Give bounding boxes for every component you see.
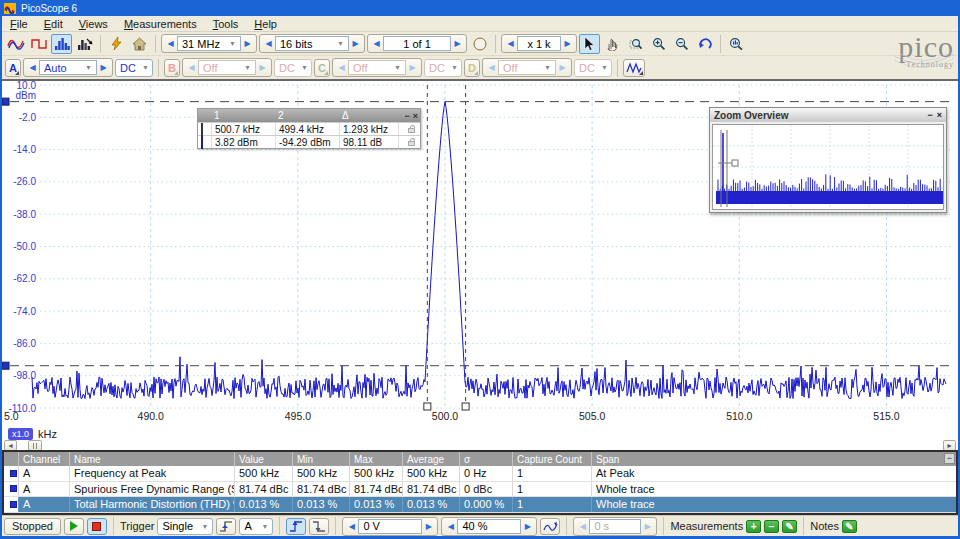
channel-c-coupling-dropdown[interactable]: DC ▼ bbox=[424, 59, 462, 77]
frequency-ruler-handle[interactable] bbox=[424, 403, 431, 410]
menu-item-tools[interactable]: Tools bbox=[205, 17, 247, 31]
edit-notes-button[interactable]: ✎ bbox=[842, 520, 857, 533]
column-header-average[interactable]: Average bbox=[402, 452, 459, 466]
ruler-box-close-button[interactable]: × bbox=[413, 111, 418, 121]
sample-rate-increase-arrow[interactable]: ▶ bbox=[241, 39, 254, 48]
menu-item-file[interactable]: File bbox=[2, 17, 36, 31]
resolution-dropdown[interactable]: 16 bits ▼ bbox=[275, 36, 349, 51]
zoom-decrease-arrow[interactable]: ◀ bbox=[504, 39, 517, 48]
holdoff-decrease[interactable]: ◀ bbox=[576, 522, 589, 531]
channel-a-range-dropdown[interactable]: Auto ▼ bbox=[39, 60, 97, 75]
trigger-channel-dropdown[interactable]: A ▼ bbox=[239, 518, 273, 535]
column-header-name[interactable]: Name bbox=[69, 452, 234, 466]
rising-edge-button[interactable] bbox=[286, 518, 306, 535]
channel-d-range-decrease[interactable]: ◀ bbox=[485, 63, 498, 72]
trigger-level-decrease[interactable]: ◀ bbox=[345, 522, 358, 531]
column-header--[interactable]: σ bbox=[459, 452, 512, 466]
channel-b-options-button[interactable]: B bbox=[164, 59, 180, 77]
lock-icon[interactable] bbox=[408, 128, 415, 133]
holdoff-increase[interactable]: ▶ bbox=[641, 522, 654, 531]
channel-d-range-increase[interactable]: ▶ bbox=[556, 63, 569, 72]
channel-c-range-dropdown[interactable]: Off ▼ bbox=[348, 60, 406, 75]
zoom-region-handle[interactable] bbox=[732, 160, 738, 166]
zoom-overview-button[interactable] bbox=[726, 34, 747, 54]
sample-rate-dropdown[interactable]: 31 MHz ▼ bbox=[177, 36, 241, 51]
menu-item-measurements[interactable]: Measurements bbox=[116, 17, 205, 31]
table-row[interactable]: ATotal Harmonic Distortion (THD) %0.013 … bbox=[4, 497, 956, 513]
persistence-view-button[interactable] bbox=[74, 34, 95, 54]
falling-edge-button[interactable] bbox=[309, 518, 329, 535]
table-row[interactable]: AFrequency at Peak500 kHz500 kHz500 kHz5… bbox=[4, 466, 956, 482]
trigger-mode-dropdown[interactable]: Single ▼ bbox=[157, 518, 213, 535]
trigger-level-increase[interactable]: ▶ bbox=[422, 522, 435, 531]
buffer-next-arrow[interactable]: ▶ bbox=[451, 39, 464, 48]
zoom-factor-box[interactable]: x 1 k bbox=[517, 36, 561, 51]
channel-c-range-increase[interactable]: ▶ bbox=[406, 63, 419, 72]
channel-b-range-decrease[interactable]: ◀ bbox=[185, 63, 198, 72]
run-state-button[interactable]: Stopped bbox=[4, 518, 61, 535]
channel-b-range-increase[interactable]: ▶ bbox=[256, 63, 269, 72]
pretrigger-decrease[interactable]: ◀ bbox=[444, 522, 457, 531]
buffer-position-box[interactable]: 1 of 1 bbox=[383, 36, 451, 51]
pretrigger-increase[interactable]: ▶ bbox=[521, 522, 534, 531]
home-button[interactable] bbox=[129, 34, 150, 54]
channel-c-range-decrease[interactable]: ◀ bbox=[335, 63, 348, 72]
menu-item-views[interactable]: Views bbox=[71, 17, 116, 31]
ruler-legend-box[interactable]: 1 2 Δ − × 500.7 kHz 499.4 kHz 1.293 kHz … bbox=[197, 108, 421, 149]
resolution-decrease-arrow[interactable]: ◀ bbox=[262, 39, 275, 48]
add-measurement-button[interactable]: + bbox=[746, 520, 761, 533]
channel-d-options-button[interactable]: D bbox=[464, 59, 480, 77]
holdoff-box[interactable]: 0 s bbox=[589, 519, 641, 534]
ruler-box-minimize-button[interactable]: − bbox=[404, 111, 409, 121]
zoom-overview-minimize-button[interactable]: − bbox=[927, 110, 932, 120]
zoom-in-tool-button[interactable] bbox=[648, 34, 669, 54]
delete-measurement-button[interactable]: − bbox=[764, 520, 779, 533]
channel-b-range-dropdown[interactable]: Off ▼ bbox=[198, 60, 256, 75]
column-header-span[interactable]: Span bbox=[591, 452, 956, 466]
channel-b-coupling-dropdown[interactable]: DC ▼ bbox=[274, 59, 312, 77]
zoom-overview-titlebar[interactable]: Zoom Overview − × bbox=[710, 108, 946, 122]
table-collapse-button[interactable]: − bbox=[944, 453, 955, 464]
lock-icon[interactable] bbox=[408, 141, 415, 146]
resolution-increase-arrow[interactable]: ▶ bbox=[349, 39, 362, 48]
zoom-overview-close-button[interactable]: × bbox=[937, 110, 942, 120]
spectrum-plot-area[interactable]: 10.0-2.0-14.0-26.0-38.0-50.0-62.0-74.0-8… bbox=[2, 80, 958, 450]
edit-measurement-button[interactable]: ✎ bbox=[782, 520, 797, 533]
math-channels-button[interactable] bbox=[623, 59, 645, 77]
buffer-prev-arrow[interactable]: ◀ bbox=[370, 39, 383, 48]
advanced-trigger-button[interactable] bbox=[540, 518, 560, 535]
column-header-max[interactable]: Max bbox=[349, 452, 402, 466]
hand-tool-button[interactable] bbox=[602, 34, 623, 54]
channel-a-range-increase[interactable]: ▶ bbox=[97, 63, 110, 72]
normal-selection-tool-button[interactable] bbox=[579, 34, 600, 54]
marquee-zoom-tool-button[interactable] bbox=[625, 34, 646, 54]
channel-a-options-button[interactable]: A bbox=[5, 59, 21, 77]
scope-view-button[interactable] bbox=[5, 34, 26, 54]
buffer-overview-button[interactable] bbox=[469, 34, 490, 54]
frequency-ruler-handle[interactable] bbox=[462, 403, 469, 410]
table-row[interactable]: ASpurious Free Dynamic Range (SFDR)81.74… bbox=[4, 482, 956, 498]
channel-a-range-decrease[interactable]: ◀ bbox=[26, 63, 39, 72]
waveform-view-button[interactable] bbox=[28, 34, 49, 54]
zoom-overview-body[interactable] bbox=[712, 124, 944, 210]
channel-c-options-button[interactable]: C bbox=[314, 59, 330, 77]
stop-capture-button[interactable] bbox=[87, 518, 107, 535]
zoom-overview-chart[interactable] bbox=[713, 125, 945, 209]
spectrum-view-button[interactable] bbox=[51, 34, 72, 54]
sample-rate-decrease-arrow[interactable]: ◀ bbox=[164, 39, 177, 48]
amplitude-ruler-handle[interactable] bbox=[2, 362, 9, 369]
undo-zoom-button[interactable] bbox=[694, 34, 715, 54]
column-header-capture-count[interactable]: Capture Count bbox=[512, 452, 591, 466]
menu-item-help[interactable]: Help bbox=[246, 17, 285, 31]
start-capture-button[interactable] bbox=[64, 518, 84, 535]
column-header-value[interactable]: Value bbox=[234, 452, 292, 466]
channel-d-coupling-dropdown[interactable]: DC ▼ bbox=[574, 59, 612, 77]
pretrigger-box[interactable]: 40 % bbox=[457, 519, 521, 534]
amplitude-ruler-handle[interactable] bbox=[2, 98, 9, 105]
signal-generator-button[interactable] bbox=[106, 34, 127, 54]
zoom-out-tool-button[interactable] bbox=[671, 34, 692, 54]
zoom-increase-arrow[interactable]: ▶ bbox=[561, 39, 574, 48]
zoom-overview-window[interactable]: Zoom Overview − × bbox=[709, 107, 947, 213]
column-header-channel[interactable]: Channel bbox=[18, 452, 69, 466]
column-header-min[interactable]: Min bbox=[292, 452, 349, 466]
